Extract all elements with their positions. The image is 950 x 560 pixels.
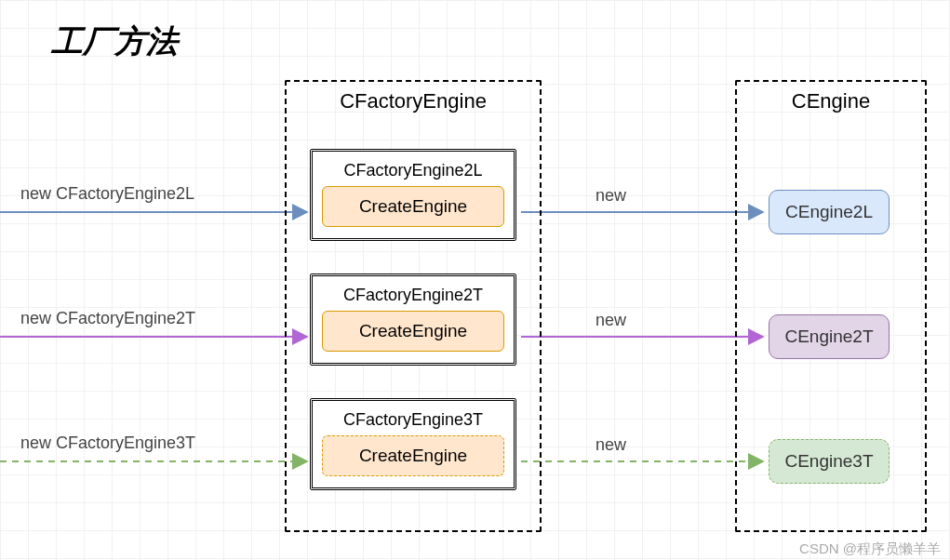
- diagram-title: 工厂方法: [51, 20, 178, 63]
- arrow-label-new-engine-2l: new: [595, 186, 626, 206]
- arrow-label-new-factory-3t: new CFactoryEngine3T: [20, 433, 195, 453]
- factory-2l-method: CreateEngine: [322, 186, 504, 227]
- arrow-label-new-factory-2t: new CFactoryEngine2T: [20, 309, 195, 328]
- factory-2l-header: CFactoryEngine2L: [322, 157, 504, 186]
- watermark: CSDN @程序员懒羊羊: [799, 540, 941, 558]
- arrow-label-new-factory-2l: new CFactoryEngine2L: [20, 184, 194, 204]
- factory-2l: CFactoryEngine2L CreateEngine: [310, 149, 516, 241]
- engine-2t: CEngine2T: [769, 314, 890, 359]
- factory-3t: CFactoryEngine3T CreateEngine: [310, 398, 516, 490]
- arrow-label-new-engine-3t: new: [595, 435, 626, 455]
- factory-3t-header: CFactoryEngine3T: [322, 407, 504, 435]
- engine-2l: CEngine2L: [769, 190, 890, 234]
- factory-2t-method: CreateEngine: [322, 311, 504, 352]
- arrow-label-new-engine-2t: new: [595, 311, 626, 330]
- engine-container-header: CEngine: [737, 82, 925, 125]
- factory-3t-method: CreateEngine: [322, 435, 504, 476]
- engine-3t: CEngine3T: [769, 439, 890, 484]
- factory-2t: CFactoryEngine2T CreateEngine: [310, 273, 516, 366]
- factory-container-header: CFactoryEngine: [287, 82, 540, 125]
- factory-2t-header: CFactoryEngine2T: [322, 282, 504, 311]
